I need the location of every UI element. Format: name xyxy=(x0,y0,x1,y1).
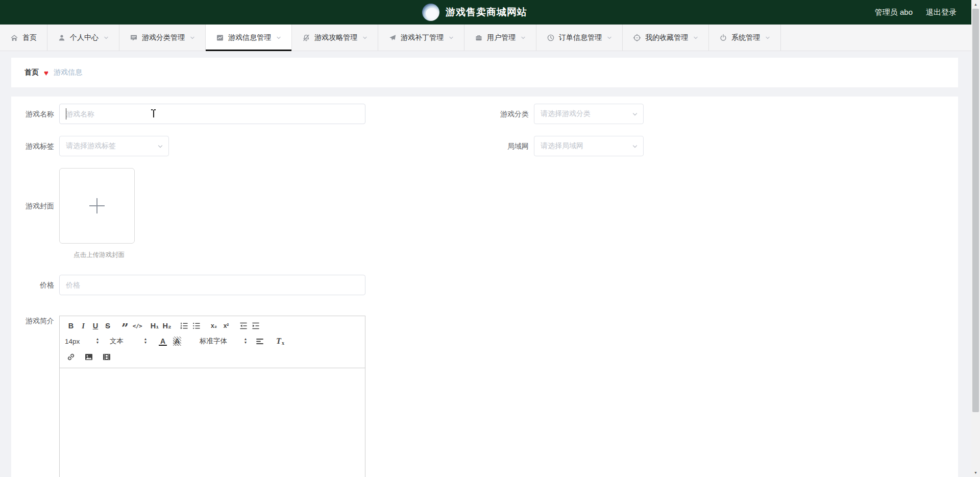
lan-placeholder: 请选择局域网 xyxy=(541,141,583,151)
nav-tab-order-info[interactable]: 订单信息管理 xyxy=(536,25,623,51)
nav-tab-label: 游戏分类管理 xyxy=(142,33,185,42)
power-icon xyxy=(719,34,727,42)
text-type-value: 文本 xyxy=(110,337,124,346)
app-header: 游戏售卖商城网站 管理员 abo 退出登录 xyxy=(0,0,980,25)
font-size-picker[interactable]: 14px ▴▾ xyxy=(65,335,99,347)
strikethrough-button[interactable]: S xyxy=(102,320,114,332)
breadcrumb-home[interactable]: 首页 xyxy=(24,68,39,77)
chevron-down-icon xyxy=(449,35,454,40)
game-cover-label: 游戏封面 xyxy=(14,168,54,244)
clock-icon xyxy=(547,34,555,42)
admin-user-label: 管理员 abo xyxy=(875,8,913,17)
editor-content[interactable] xyxy=(60,368,365,477)
chevron-down-icon xyxy=(276,35,281,40)
rich-text-editor: B I U S ” </> H₁ H₂ x₂ xyxy=(59,316,365,477)
font-size-value: 14px xyxy=(65,338,80,345)
image-icon[interactable] xyxy=(83,351,95,363)
text-type-picker[interactable]: 文本 ▴▾ xyxy=(110,335,146,347)
header-2-button[interactable]: H₂ xyxy=(161,320,173,332)
bell-off-icon xyxy=(302,34,310,42)
nav-tab-favorites[interactable]: 我的收藏管理 xyxy=(623,25,709,51)
heart-separator-icon: ♥ xyxy=(44,68,48,77)
nav-tab-user-mgmt[interactable]: 用户管理 xyxy=(464,25,536,51)
nav-tab-label: 游戏攻略管理 xyxy=(314,33,357,42)
nav-tab-game-category[interactable]: 游戏分类管理 xyxy=(119,25,206,51)
app-logo-icon xyxy=(422,4,439,21)
lan-select[interactable]: 请选择局域网 xyxy=(534,136,644,156)
stepper-icon: ▴▾ xyxy=(96,338,99,345)
nav-tab-label: 首页 xyxy=(22,33,37,42)
bullet-list-icon[interactable] xyxy=(190,320,203,332)
superscript-button[interactable]: x² xyxy=(220,320,232,332)
outdent-icon[interactable] xyxy=(237,320,250,332)
chevron-down-icon xyxy=(362,35,368,40)
editor-toolbar: B I U S ” </> H₁ H₂ x₂ xyxy=(60,316,365,368)
vertical-scrollbar[interactable]: ▲ ▼ xyxy=(971,0,980,477)
video-icon[interactable] xyxy=(101,351,113,363)
header-1-button[interactable]: H₁ xyxy=(149,320,161,332)
bold-button[interactable]: B xyxy=(65,320,77,332)
app-title: 游戏售卖商城网站 xyxy=(446,6,527,19)
game-intro-label: 游戏简介 xyxy=(14,316,54,326)
game-category-select[interactable]: 请选择游戏分类 xyxy=(534,104,644,124)
ordered-list-icon[interactable] xyxy=(178,320,190,332)
plus-icon xyxy=(89,198,105,213)
text-color-button[interactable]: A xyxy=(157,335,169,347)
italic-button[interactable]: I xyxy=(77,320,89,332)
nav-tab-game-info[interactable]: 游戏信息管理 xyxy=(206,25,292,51)
game-category-placeholder: 请选择游戏分类 xyxy=(541,109,591,118)
breadcrumb: 首页 ♥ 游戏信息 xyxy=(11,58,958,87)
align-icon[interactable] xyxy=(254,335,266,347)
nav-tab-label: 用户管理 xyxy=(487,33,516,42)
font-family-value: 标准字体 xyxy=(200,337,227,346)
brand: 游戏售卖商城网站 xyxy=(0,4,949,21)
nav-tab-game-guide[interactable]: 游戏攻略管理 xyxy=(292,25,378,51)
chevron-down-icon xyxy=(765,35,770,40)
chevron-down-icon xyxy=(693,35,698,40)
scroll-down-icon[interactable]: ▼ xyxy=(971,468,980,477)
cover-upload-hint: 点击上传游戏封面 xyxy=(74,251,958,259)
stepper-icon: ▴▾ xyxy=(244,338,247,345)
nav-tab-home[interactable]: 首页 xyxy=(0,25,47,51)
price-input[interactable] xyxy=(59,275,365,295)
clear-format-button[interactable]: T x xyxy=(274,335,286,347)
clear-format-t: T xyxy=(276,337,281,346)
cover-upload-box[interactable] xyxy=(59,168,135,244)
chevron-down-icon xyxy=(190,35,195,40)
game-name-label: 游戏名称 xyxy=(14,104,54,124)
lan-label: 局域网 xyxy=(484,136,529,156)
game-tag-label: 游戏标签 xyxy=(14,136,54,156)
nav-tab-system[interactable]: 系统管理 xyxy=(709,25,781,51)
home-icon xyxy=(10,34,18,42)
font-family-picker[interactable]: 标准字体 ▴▾ xyxy=(200,335,247,347)
clear-format-x: x xyxy=(282,340,284,346)
nav-tab-label: 游戏补丁管理 xyxy=(401,33,444,42)
chevron-down-icon xyxy=(521,35,526,40)
code-block-button[interactable]: </> xyxy=(131,320,143,332)
game-category-label: 游戏分类 xyxy=(484,104,529,124)
game-tag-select[interactable]: 请选择游戏标签 xyxy=(59,136,169,156)
blockquote-button[interactable]: ” xyxy=(119,320,131,332)
link-icon[interactable] xyxy=(65,351,77,363)
comment-icon xyxy=(130,34,138,42)
underline-button[interactable]: U xyxy=(89,320,102,332)
briefcase-icon xyxy=(475,34,483,42)
target-icon xyxy=(633,34,641,42)
price-label: 价格 xyxy=(14,275,54,295)
scrollbar-thumb[interactable] xyxy=(972,9,979,412)
stepper-icon: ▴▾ xyxy=(144,338,146,345)
chevron-down-icon xyxy=(157,143,163,149)
background-color-button[interactable]: A xyxy=(171,335,183,347)
chevron-down-icon xyxy=(632,143,638,149)
main-nav: 首页 个人中心 游戏分类管理 游戏信息管理 游戏攻略管理 游戏补丁管理 xyxy=(0,25,980,51)
indent-icon[interactable] xyxy=(250,320,262,332)
send-icon xyxy=(388,34,397,42)
scroll-up-icon[interactable]: ▲ xyxy=(971,0,980,9)
chevron-down-icon xyxy=(607,35,612,40)
game-name-input[interactable] xyxy=(59,104,365,124)
nav-tab-game-patch[interactable]: 游戏补丁管理 xyxy=(378,25,464,51)
subscript-button[interactable]: x₂ xyxy=(208,320,220,332)
logout-link[interactable]: 退出登录 xyxy=(926,8,957,17)
nav-tab-profile[interactable]: 个人中心 xyxy=(47,25,119,51)
chevron-down-icon xyxy=(104,35,109,40)
